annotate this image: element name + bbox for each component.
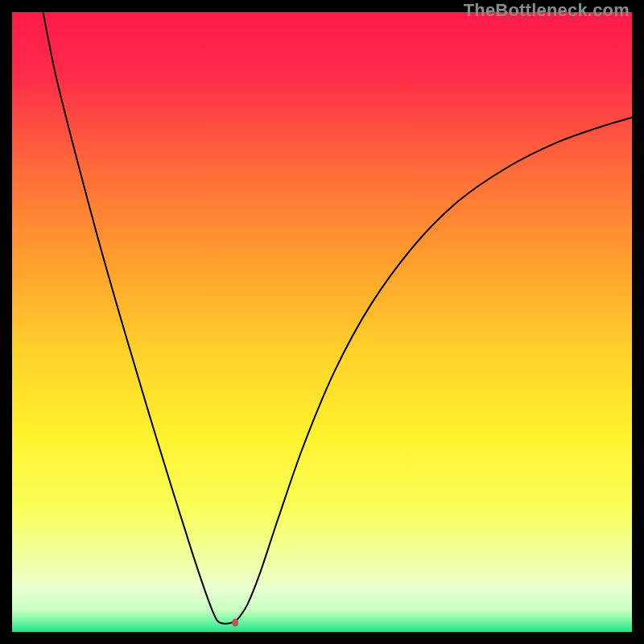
optimal-point-marker bbox=[232, 618, 238, 626]
chart-frame bbox=[12, 12, 632, 632]
watermark-text: TheBottleneck.com bbox=[464, 0, 630, 21]
gradient-background bbox=[12, 12, 632, 632]
chart-svg bbox=[12, 12, 632, 632]
